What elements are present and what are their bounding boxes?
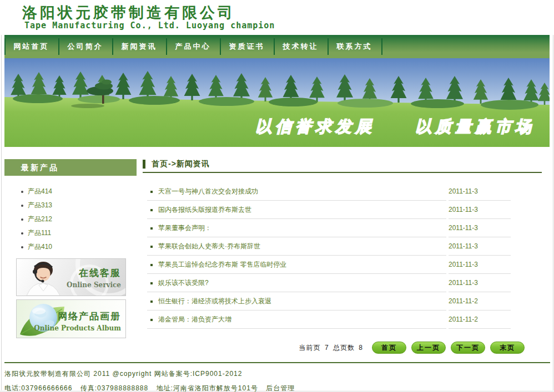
news-row: 娱乐该不该受限? 2011-11-3 (147, 274, 511, 292)
hero-banner: 以信誉求发展 以质量赢市场 (4, 58, 550, 147)
footer-divider (4, 362, 550, 363)
online-service-title: 在线客服 (67, 267, 121, 279)
main-nav: 网站首页 公司简介 新闻资讯 产品中心 资质证书 技术转让 联系方式 (4, 35, 550, 58)
news-title-link[interactable]: 苹果员工追悼会纪念乔布斯 零售店临时停业 (147, 256, 446, 274)
product-link[interactable]: 产品410 (4, 240, 137, 254)
total-pages-number: 8 (357, 344, 365, 352)
sidebar: 最新产品 产品414 产品313 产品212 产品111 产品410 (4, 159, 137, 338)
page-right-border (553, 0, 553, 390)
products-album-text: 网络产品画册 Online Products Album (34, 310, 121, 332)
news-title-link[interactable]: 苹果联合创始人史蒂夫·乔布斯辞世 (147, 237, 446, 256)
header: 洛阳状元胶带制造有限公司 Tape Manufacturing Co., Ltd… (0, 0, 554, 35)
news-title-link[interactable]: 国内各报纸头版报道乔布斯去世 (147, 201, 446, 219)
news-date: 2011-11-3 (449, 182, 511, 201)
news-date: 2011-11-3 (449, 201, 511, 219)
nav-item-news[interactable]: 新闻资讯 (112, 35, 166, 58)
last-page-button[interactable]: 末页 (490, 342, 525, 354)
news-row: 天宫一号与神八首次交会对接成功 2011-11-3 (147, 182, 511, 201)
products-album-banner[interactable]: 网络产品画册 Online Products Album (16, 299, 126, 338)
news-date: 2011-11-3 (449, 274, 511, 292)
footer-phone: 电话:037966666666 (4, 384, 72, 392)
online-service-subtitle: Online Service (67, 281, 121, 289)
news-title-link[interactable]: 娱乐该不该受限? (147, 274, 446, 292)
total-pages-label: 总页数 (333, 344, 355, 352)
nav-item-about[interactable]: 公司简介 (58, 35, 112, 58)
product-link[interactable]: 产品414 (4, 185, 137, 198)
next-page-button[interactable]: 下一页 (451, 342, 485, 354)
nav-item-certificates[interactable]: 资质证书 (220, 35, 274, 58)
footer-contact: 电话:037966666666 传真:037988888888 地址:河南省洛阳… (4, 384, 550, 392)
products-album-subtitle: Online Products Album (34, 324, 121, 332)
news-list: 天宫一号与神八首次交会对接成功 2011-11-3 国内各报纸头版报道乔布斯去世… (147, 182, 511, 329)
news-row: 苹果联合创始人史蒂夫·乔布斯辞世 2011-11-3 (147, 237, 511, 256)
news-date: 2011-11-2 (449, 292, 511, 310)
nav-item-products[interactable]: 产品中心 (166, 35, 220, 58)
breadcrumb-text: 首页->新闻资讯 (152, 159, 210, 169)
breadcrumb: 首页->新闻资讯 (143, 159, 542, 169)
news-date: 2011-11-2 (449, 310, 511, 329)
pagination-info: 当前页 7 总页数 8 (299, 343, 365, 353)
pagination: 当前页 7 总页数 8 首页 上一页 下一页 末页 (143, 342, 525, 354)
customer-service-agent-photo (17, 259, 68, 296)
footer-copyright: 洛阳状元胶带制造有限公司 2011 @copyright 网站备案号:ICP90… (4, 369, 550, 379)
products-album-title: 网络产品画册 (34, 310, 121, 323)
banner-slogan: 以信誉求发展 以质量赢市场 (255, 116, 535, 138)
main-content: 首页->新闻资讯 天宫一号与神八首次交会对接成功 2011-11-3 国内各报纸… (143, 159, 542, 354)
news-title-link[interactable]: 天宫一号与神八首次交会对接成功 (147, 182, 446, 201)
nav-item-home[interactable]: 网站首页 (4, 35, 58, 58)
news-date: 2011-11-3 (449, 237, 511, 256)
site-subtitle: Tape Manufacturing Co., Ltd. Luoyang cha… (24, 21, 275, 30)
news-date: 2011-11-3 (449, 256, 511, 274)
footer: 洛阳状元胶带制造有限公司 2011 @copyright 网站备案号:ICP90… (4, 362, 550, 392)
online-service-banner[interactable]: 在线客服 Online Service (16, 258, 126, 296)
news-row: 苹果董事会声明： 2011-11-3 (147, 219, 511, 237)
news-title-link[interactable]: 港金管局：港负资产大增 (147, 310, 446, 329)
sidebar-title: 最新产品 (4, 159, 137, 176)
nav-item-tech-transfer[interactable]: 技术转让 (274, 35, 328, 58)
online-service-text: 在线客服 Online Service (67, 267, 121, 289)
footer-fax: 传真:037988888888 (80, 384, 148, 392)
breadcrumb-underline (143, 172, 542, 173)
news-date: 2011-11-3 (449, 219, 511, 237)
product-link[interactable]: 产品212 (4, 212, 137, 226)
product-link[interactable]: 产品313 (4, 198, 137, 212)
footer-address: 地址:河南省洛阳市解放号101号 (157, 384, 258, 392)
current-page-label: 当前页 (299, 344, 321, 352)
breadcrumb-accent-bar (143, 160, 145, 169)
product-link[interactable]: 产品111 (4, 226, 137, 240)
page: 洛阳状元胶带制造有限公司 Tape Manufacturing Co., Ltd… (0, 0, 554, 392)
site-title: 洛阳状元胶带制造有限公司 (22, 3, 235, 23)
news-row: 恒生银行：港经济或将技术上步入衰退 2011-11-2 (147, 292, 511, 310)
page-left-border (1, 0, 2, 390)
news-row: 港金管局：港负资产大增 2011-11-2 (147, 310, 511, 329)
product-list: 产品414 产品313 产品212 产品111 产品410 (4, 185, 137, 254)
current-page-number: 7 (323, 344, 331, 352)
news-row: 苹果员工追悼会纪念乔布斯 零售店临时停业 2011-11-3 (147, 256, 511, 274)
news-row: 国内各报纸头版报道乔布斯去世 2011-11-3 (147, 201, 511, 219)
news-title-link[interactable]: 恒生银行：港经济或将技术上步入衰退 (147, 292, 446, 310)
news-title-link[interactable]: 苹果董事会声明： (147, 219, 446, 237)
prev-page-button[interactable]: 上一页 (411, 342, 446, 354)
nav-divider (381, 38, 382, 55)
admin-login-link[interactable]: 后台管理 (266, 384, 295, 392)
first-page-button[interactable]: 首页 (372, 342, 406, 354)
nav-item-contact[interactable]: 联系方式 (328, 35, 381, 58)
